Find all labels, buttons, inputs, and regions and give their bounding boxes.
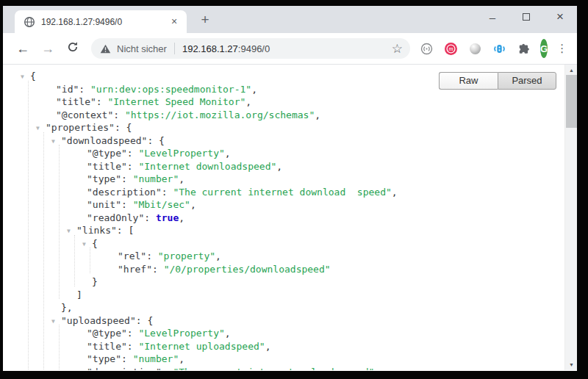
reload-button[interactable] (63, 41, 82, 57)
indent-guide (59, 325, 60, 370)
json-punctuation: : (152, 264, 164, 275)
json-string-value: "Internet uploadspeed" (138, 341, 265, 352)
json-row: ▼{ (3, 237, 564, 250)
json-row: ▼"uploadspeed": { (3, 314, 564, 328)
collapse-toggle-icon[interactable]: ▼ (67, 225, 71, 238)
red-monkey-extension-icon[interactable]: m (445, 43, 457, 55)
new-tab-button[interactable]: + (196, 11, 215, 30)
json-row: "type": "number", (3, 173, 564, 186)
json-key: "properties" (46, 122, 115, 133)
address-bar[interactable]: Nicht sicher 192.168.1.27:9496/0 ☆ (91, 38, 410, 59)
json-punctuation: : { (115, 122, 132, 133)
json-key: "@type" (87, 328, 127, 339)
json-row: "description": "The current internet dow… (3, 186, 564, 199)
security-label[interactable]: Nicht sicher (117, 43, 167, 54)
json-punctuation: , (315, 109, 320, 120)
not-secure-warning-icon[interactable] (100, 44, 111, 54)
svg-text:m: m (448, 45, 453, 52)
circle-scope-extension-icon[interactable] (420, 43, 433, 55)
json-punctuation: : (127, 148, 139, 159)
json-row: ▼"links": [ (3, 224, 564, 237)
extension-icons: m (420, 43, 530, 55)
close-window-button[interactable]: × (543, 6, 577, 28)
json-punctuation: : (127, 341, 139, 352)
scrollbar[interactable]: ▲ ▼ (564, 65, 577, 370)
collapse-toggle-icon[interactable]: ▼ (51, 315, 55, 328)
globe-favicon-icon (24, 16, 35, 28)
json-punctuation: }, (61, 302, 73, 313)
collapse-toggle-icon[interactable]: ▼ (36, 122, 40, 135)
raw-button[interactable]: Raw (439, 72, 498, 90)
json-punctuation: : (162, 367, 173, 371)
json-punctuation: , (392, 187, 398, 198)
json-punctuation: , (276, 161, 282, 172)
json-key: "rel" (118, 250, 146, 261)
scroll-down-icon[interactable]: ▼ (565, 359, 577, 370)
json-string-value: "Internet downloadspeed" (138, 161, 276, 172)
json-string-value: "number" (133, 173, 179, 184)
json-string-value: "LevelProperty" (138, 328, 224, 339)
json-punctuation: : (144, 212, 156, 223)
back-button[interactable]: ← (13, 41, 32, 57)
scrollbar-thumb[interactable] (566, 75, 577, 128)
indent-guide (90, 248, 90, 273)
json-key: "title" (87, 161, 127, 172)
json-row: ▼"properties": { (3, 121, 564, 134)
maximize-button[interactable] (509, 6, 543, 28)
json-bool-value: true (156, 212, 179, 223)
json-string-value: "https://iot.mozilla.org/schemas" (125, 109, 315, 120)
browser-menu-icon[interactable]: ⋮ (556, 42, 567, 55)
blue-assistant-extension-icon[interactable] (493, 43, 506, 55)
profile-avatar[interactable]: G (540, 39, 548, 58)
browser-window: 192.168.1.27:9496/0 × + – × ← → Nicht si… (3, 6, 577, 371)
json-string-value: "property" (158, 250, 215, 261)
json-punctuation: : (121, 173, 133, 184)
json-string-value: "Internet Speed Monitor" (107, 96, 245, 107)
json-string-value: "Mbit/sec" (133, 199, 190, 210)
json-punctuation: : (146, 250, 158, 261)
json-key: "readOnly" (87, 212, 144, 223)
url-text[interactable]: 192.168.1.27:9496/0 (182, 43, 387, 54)
forward-button[interactable]: → (38, 41, 57, 57)
minimize-button[interactable]: – (476, 6, 509, 28)
json-punctuation: : { (147, 135, 164, 146)
json-string-value: "urn:dev:ops:speedmonitor-1" (90, 84, 251, 95)
gray-sphere-extension-icon[interactable] (469, 43, 481, 55)
collapse-toggle-icon[interactable]: ▼ (21, 71, 24, 84)
json-key: "href" (118, 264, 152, 275)
browser-tab[interactable]: 192.168.1.27:9496/0 × (15, 10, 187, 33)
json-punctuation: , (265, 341, 271, 352)
view-toggle: Raw Parsed (439, 72, 556, 90)
json-punctuation: { (30, 71, 36, 82)
json-punctuation: : (121, 353, 133, 364)
json-punctuation: , (374, 367, 380, 371)
json-key: "id" (56, 84, 79, 95)
json-key: "@type" (87, 148, 127, 159)
sphere-icon (470, 43, 481, 54)
indent-guide (43, 132, 44, 371)
tab-close-icon[interactable]: × (168, 15, 181, 29)
json-punctuation: , (179, 173, 184, 184)
json-punctuation: : (79, 84, 90, 95)
scroll-up-icon[interactable]: ▲ (565, 65, 577, 76)
parsed-button[interactable]: Parsed (498, 72, 556, 90)
json-key: "uploadspeed" (61, 315, 136, 326)
json-punctuation: : (127, 161, 139, 172)
json-row: "@type": "LevelProperty", (3, 327, 564, 340)
extensions-puzzle-icon[interactable] (517, 43, 530, 55)
json-key: "@context" (56, 109, 113, 120)
json-key: "unit" (87, 199, 121, 210)
json-string-value: "LevelProperty" (138, 148, 224, 159)
json-punctuation: : (121, 199, 133, 210)
collapse-toggle-icon[interactable]: ▼ (51, 135, 55, 148)
bookmark-star-icon[interactable]: ☆ (392, 41, 403, 57)
json-row: "@context": "https://iot.mozilla.org/sch… (3, 109, 564, 122)
collapse-toggle-icon[interactable]: ▼ (82, 238, 86, 251)
json-string-value: "The current internet upload speed" (173, 367, 374, 371)
json-punctuation: , (225, 328, 231, 339)
url-host: 192.168.1.27 (182, 43, 238, 54)
json-row: "@type": "LevelProperty", (3, 147, 564, 160)
json-punctuation: , (179, 353, 184, 364)
json-row: "readOnly": true, (3, 212, 564, 225)
url-path: :9496/0 (238, 43, 270, 54)
